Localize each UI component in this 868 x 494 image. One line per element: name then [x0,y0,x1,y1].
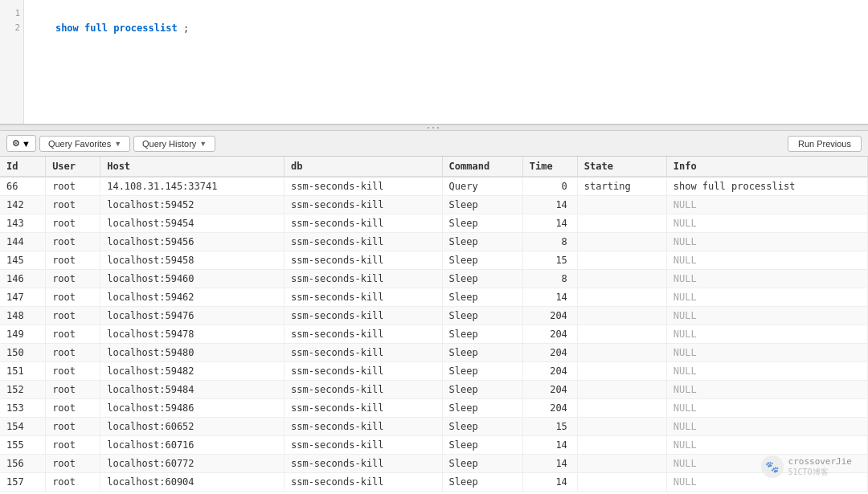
code-editor[interactable]: show full processlist ; [24,0,868,124]
table-cell: ssm-seconds-kill [284,196,442,214]
col-state: State [577,157,666,177]
table-cell: 143 [0,214,46,233]
table-cell: localhost:59482 [100,362,285,381]
table-row[interactable]: 142rootlocalhost:59452ssm-seconds-killSl… [0,196,868,214]
table-cell: root [46,325,100,344]
table-cell [577,399,666,418]
table-row[interactable]: 152rootlocalhost:59484ssm-seconds-killSl… [0,381,868,399]
table-cell: 149 [0,325,46,344]
table-cell: localhost:60772 [100,455,285,473]
table-cell: Sleep [442,233,522,251]
table-cell: 66 [0,177,46,196]
table-cell: localhost:59454 [100,214,285,233]
table-cell: 145 [0,251,46,270]
table-cell: ssm-seconds-kill [284,214,442,233]
table-cell: starting [577,177,666,196]
table-cell: localhost:59486 [100,399,285,418]
table-cell [577,362,666,381]
table-cell: NULL [666,307,867,325]
table-cell: 204 [522,399,577,418]
line-number-2: 2 [3,21,20,35]
table-cell: 204 [522,381,577,399]
table-cell: 8 [522,233,577,251]
table-cell [577,233,666,251]
table-row[interactable]: 143rootlocalhost:59454ssm-seconds-killSl… [0,214,868,233]
table-row[interactable]: 150rootlocalhost:59480ssm-seconds-killSl… [0,344,868,362]
table-cell: NULL [666,270,867,288]
table-cell: 144 [0,233,46,251]
table-cell: 14.108.31.145:33741 [100,177,285,196]
table-row[interactable]: 156rootlocalhost:60772ssm-seconds-killSl… [0,455,868,473]
table-cell: 152 [0,381,46,399]
table-cell [577,418,666,436]
settings-button[interactable]: ⚙ ▼ [6,135,36,152]
table-cell: ssm-seconds-kill [284,473,442,492]
resize-handle[interactable] [0,125,868,131]
table-row[interactable]: 157rootlocalhost:60904ssm-seconds-killSl… [0,473,868,492]
table-cell: 204 [522,307,577,325]
table-row[interactable]: 145rootlocalhost:59458ssm-seconds-killSl… [0,251,868,270]
table-cell: Sleep [442,455,522,473]
line-numbers: 1 2 [0,0,24,124]
table-cell: root [46,288,100,307]
table-row[interactable]: 148rootlocalhost:59476ssm-seconds-killSl… [0,307,868,325]
query-history-button[interactable]: Query History ▼ [133,136,215,152]
table-cell: root [46,455,100,473]
table-cell: ssm-seconds-kill [284,344,442,362]
table-cell: Sleep [442,362,522,381]
table-cell [577,381,666,399]
table-row[interactable]: 154rootlocalhost:60652ssm-seconds-killSl… [0,418,868,436]
table-cell: localhost:59456 [100,233,285,251]
table-row[interactable]: 146rootlocalhost:59460ssm-seconds-killSl… [0,270,868,288]
table-cell: Sleep [442,251,522,270]
table-cell: NULL [666,196,867,214]
query-favorites-button[interactable]: Query Favorites ▼ [39,136,130,152]
table-cell: 148 [0,307,46,325]
table-cell: Sleep [442,344,522,362]
table-header: Id User Host db Command Time State Info [0,157,868,177]
table-cell: 156 [0,455,46,473]
table-cell: 14 [522,473,577,492]
table-cell [577,473,666,492]
table-cell: root [46,418,100,436]
table-cell [577,307,666,325]
table-cell: localhost:60904 [100,473,285,492]
run-previous-button[interactable]: Run Previous [788,136,862,152]
table-cell: 15 [522,251,577,270]
table-cell: 155 [0,436,46,455]
table-cell: 14 [522,214,577,233]
table-cell: 151 [0,362,46,381]
table-cell: ssm-seconds-kill [284,436,442,455]
table-cell: ssm-seconds-kill [284,399,442,418]
col-user: User [46,157,100,177]
table-cell: ssm-seconds-kill [284,288,442,307]
toolbar: ⚙ ▼ Query Favorites ▼ Query History ▼ Ru… [0,131,868,157]
table-row[interactable]: 149rootlocalhost:59478ssm-seconds-killSl… [0,325,868,344]
table-cell: 8 [522,270,577,288]
table-row[interactable]: 155rootlocalhost:60716ssm-seconds-killSl… [0,436,868,455]
results-table: Id User Host db Command Time State Info … [0,157,868,492]
table-cell: show full processlist [666,177,867,196]
table-row[interactable]: 151rootlocalhost:59482ssm-seconds-killSl… [0,362,868,381]
table-cell: ssm-seconds-kill [284,362,442,381]
table-cell: root [46,344,100,362]
table-cell: localhost:59476 [100,307,285,325]
table-cell [577,344,666,362]
results-table-area[interactable]: Id User Host db Command Time State Info … [0,157,868,492]
table-cell: root [46,307,100,325]
table-cell: Sleep [442,473,522,492]
table-cell: 14 [522,455,577,473]
table-cell: ssm-seconds-kill [284,381,442,399]
table-row[interactable]: 147rootlocalhost:59462ssm-seconds-killSl… [0,288,868,307]
table-cell: NULL [666,362,867,381]
col-command: Command [442,157,522,177]
table-cell: NULL [666,418,867,436]
col-db: db [284,157,442,177]
table-row[interactable]: 66root14.108.31.145:33741ssm-seconds-kil… [0,177,868,196]
table-cell: ssm-seconds-kill [284,233,442,251]
table-cell: Sleep [442,381,522,399]
table-cell: NULL [666,214,867,233]
table-cell [577,196,666,214]
table-row[interactable]: 144rootlocalhost:59456ssm-seconds-killSl… [0,233,868,251]
table-row[interactable]: 153rootlocalhost:59486ssm-seconds-killSl… [0,399,868,418]
